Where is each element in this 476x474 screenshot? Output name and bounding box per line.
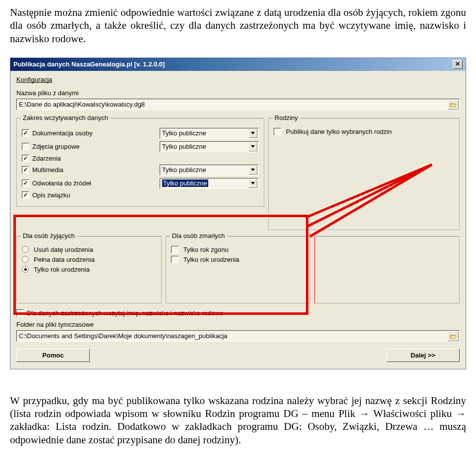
label-dokumentacja: Dokumentacja osoby <box>32 129 92 137</box>
dropdown-multimedia[interactable]: Tylko publiczne <box>160 165 259 176</box>
temp-folder-input[interactable]: C:\Documents and Settings\Darek\Moje dok… <box>16 330 460 342</box>
temp-folder-label: Folder na pliki tymczasowe <box>16 321 460 328</box>
caption-paragraph: W przypadku, gdy ma być publikowana tylk… <box>0 379 476 452</box>
dialog-window: Publikacja danych NaszaGenealogia.pl [v.… <box>10 58 466 369</box>
checkbox-zdjecia[interactable] <box>22 143 29 150</box>
groupbox-empty <box>314 236 460 303</box>
close-icon[interactable]: ✕ <box>453 60 463 69</box>
groupbox-zakres: Zakres wczytywanych danych Dokumentacja … <box>16 118 264 207</box>
chevron-down-icon[interactable] <box>248 129 257 138</box>
row-zdarzenia: Zdarzenia <box>22 155 259 162</box>
help-button[interactable]: Pomoc <box>16 349 90 362</box>
folder-open-icon <box>450 102 457 108</box>
checkbox-zdarzenia[interactable] <box>22 155 29 162</box>
label-rodziny-check: Publikuj dane tylko wybranych rodzin <box>286 128 392 135</box>
dropdown-odwolania[interactable]: Tylko publiczne <box>160 178 259 189</box>
titlebar: Publikacja danych NaszaGenealogia.pl [v.… <box>10 58 466 71</box>
groupbox-zakres-title: Zakres wczytywanych danych <box>21 114 110 121</box>
dropdown-dokumentacja[interactable]: Tylko publiczne <box>160 128 259 139</box>
checkbox-odwolania[interactable] <box>22 179 29 187</box>
next-button[interactable]: Dalej >> <box>386 349 460 362</box>
checkbox-opis[interactable] <box>22 191 29 199</box>
groupbox-rodziny: Rodziny Publikuj dane tylko wybranych ro… <box>268 118 460 230</box>
menubar-item[interactable]: Konfiguracja <box>14 74 462 88</box>
annotation-box <box>13 215 308 315</box>
row-rodziny-check: Publikuj dane tylko wybranych rodzin <box>274 128 454 135</box>
folder-open-icon <box>450 333 457 339</box>
checkbox-rodziny[interactable] <box>274 128 281 135</box>
chevron-down-icon[interactable] <box>248 166 257 175</box>
browse-file-button[interactable] <box>448 100 459 110</box>
row-multimedia: Multimedia Tylko publiczne <box>22 165 259 176</box>
label-multimedia: Multimedia <box>32 166 63 174</box>
label-zdjecia: Zdjęcia grupowe <box>32 143 79 150</box>
dropdown-zdjecia[interactable]: Tylko publiczne <box>160 141 259 152</box>
intro-paragraph: Następnie można zmienić odpowiednie wart… <box>0 0 476 58</box>
file-path-label: Nazwa pliku z danymi <box>16 89 460 97</box>
chevron-down-icon[interactable] <box>248 142 257 151</box>
file-path-input[interactable]: E:\Dane do aplikacji\Kowalscy\kowalscy.d… <box>16 99 460 110</box>
browse-temp-button[interactable] <box>448 331 459 341</box>
label-zdarzenia: Zdarzenia <box>32 155 61 162</box>
row-dokumentacja: Dokumentacja osoby Tylko publiczne <box>22 128 259 139</box>
label-opis: Opis związku <box>32 191 70 199</box>
groupbox-rodziny-title: Rodziny <box>273 114 300 121</box>
checkbox-dokumentacja[interactable] <box>22 129 29 137</box>
checkbox-multimedia[interactable] <box>22 166 29 174</box>
chevron-down-icon[interactable] <box>248 179 257 188</box>
row-opis: Opis związku <box>22 191 259 199</box>
row-odwolania: Odwołania do źródeł Tylko publiczne <box>22 178 259 189</box>
window-title: Publikacja danych NaszaGenealogia.pl [v.… <box>13 60 165 68</box>
row-zdjecia: Zdjęcia grupowe Tylko publiczne <box>22 141 259 152</box>
label-odwolania: Odwołania do źródeł <box>32 179 91 187</box>
